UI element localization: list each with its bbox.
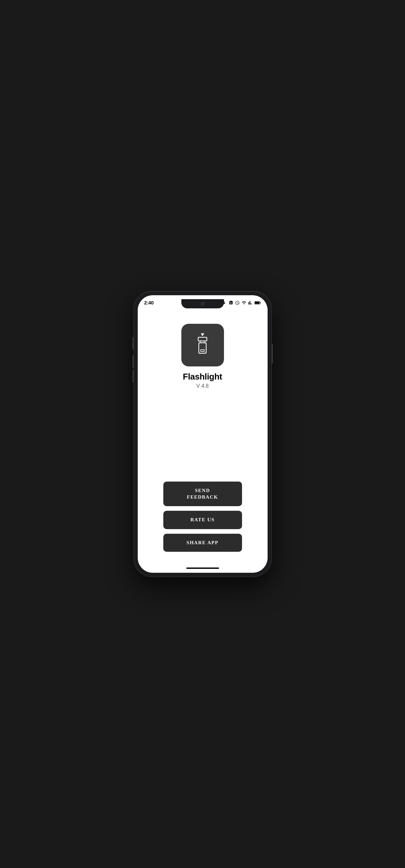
phone-inner: 2:40 [138, 295, 268, 573]
battery-icon [254, 301, 261, 305]
notch [181, 299, 224, 308]
home-indicator [138, 565, 268, 573]
share-app-button[interactable]: SHARE APP [163, 534, 242, 552]
status-icons [222, 301, 261, 305]
app-version: V 4.8 [196, 383, 209, 389]
status-time: 2:40 [144, 300, 154, 305]
svg-rect-2 [255, 302, 259, 304]
flashlight-icon [190, 333, 215, 358]
status-left-icons [222, 301, 240, 305]
phone-frame: 2:40 [134, 291, 272, 577]
volume-button-2 [132, 355, 134, 368]
buttons-area: SENDFEEDBACK RATE US SHARE APP [146, 482, 260, 555]
svg-rect-9 [201, 349, 204, 351]
signal-icon [248, 301, 253, 305]
clock-icon [235, 301, 240, 305]
home-bar [186, 567, 219, 569]
main-content: Flashlight V 4.8 SENDFEEDBACK RATE US SH… [138, 307, 268, 565]
screen: 2:40 [138, 295, 268, 573]
sim-icon [228, 301, 233, 305]
svg-rect-1 [260, 302, 260, 304]
app-name: Flashlight [183, 372, 222, 382]
svg-rect-6 [198, 337, 207, 341]
send-feedback-button[interactable]: SENDFEEDBACK [163, 482, 242, 506]
wifi-icon [241, 301, 247, 305]
front-camera [201, 302, 205, 306]
app-icon [181, 324, 224, 366]
rate-us-button[interactable]: RATE US [163, 511, 242, 529]
